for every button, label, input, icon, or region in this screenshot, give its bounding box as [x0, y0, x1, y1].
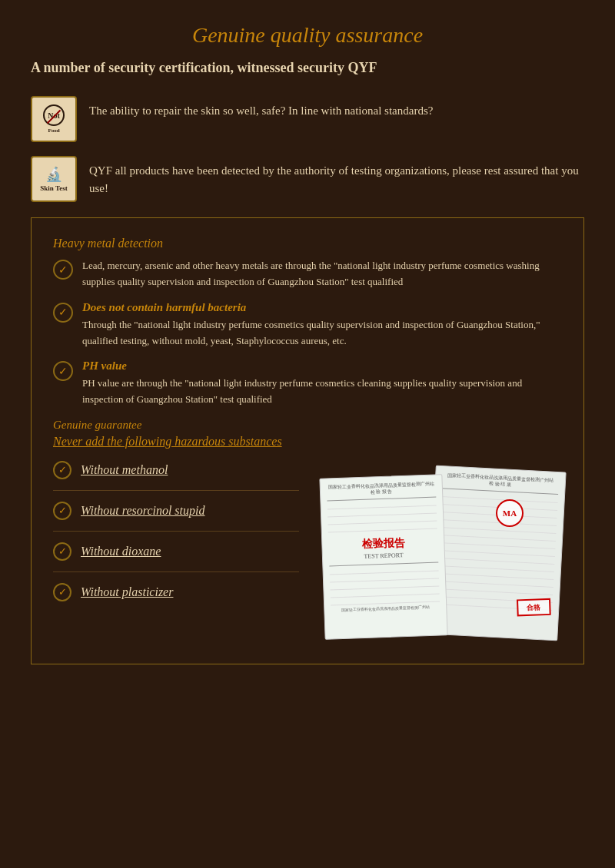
skin-test-icon: 🔬 Skin Test — [31, 156, 77, 202]
heavy-metal-title: Heavy metal detection — [53, 237, 562, 250]
skin-test-label: Skin Test — [40, 184, 67, 192]
certification-items: Not Food The ability to repair the skin … — [31, 96, 584, 202]
bacteria-title: Does not contain harmful bacteria — [82, 301, 562, 314]
cert-doc-front-header: 国家轻工业香料化妆品洗涤用品质量监督检测广州站检 验 报 告 — [327, 482, 436, 498]
hazard-label-dioxane: Without dioxane — [81, 545, 161, 558]
check-content-heavy-metal: Lead, mercury, arsenic and other heavy m… — [82, 258, 562, 290]
hazard-item-methanol: ✓ Without methanol — [53, 461, 299, 491]
ph-title: PH value — [82, 359, 562, 373]
check-desc-heavy-metal: Lead, mercury, arsenic and other heavy m… — [82, 258, 562, 290]
check-content-ph: PH value PH value are through the "natio… — [82, 359, 562, 408]
main-box: Heavy metal detection ✓ Lead, mercury, a… — [31, 217, 584, 664]
hazard-check-methanol: ✓ — [53, 461, 71, 479]
hazard-check-resorcinol: ✓ — [53, 502, 71, 520]
hege-stamp: 合格 — [517, 598, 551, 617]
hazard-list: ✓ Without methanol ✓ Without resorcinol … — [53, 461, 299, 612]
page-title: Genuine quality assurance — [31, 23, 584, 48]
check-item-bacteria: ✓ Does not contain harmful bacteria Thro… — [53, 301, 562, 350]
ma-stamp: MA — [496, 499, 524, 527]
hazard-label-plasticizer: Without plasticizer — [81, 585, 173, 599]
cert-doc-front-lines2 — [329, 562, 440, 605]
page-wrapper: Genuine quality assurance A number of se… — [0, 0, 615, 868]
check-item-heavy-metal: ✓ Lead, mercury, arsenic and other heavy… — [53, 258, 562, 290]
cert-text-not-food: The ability to repair the skin so well, … — [89, 96, 433, 120]
cert-doc-front-lines — [327, 496, 437, 532]
never-add-title: Never add the following hazardous substa… — [53, 435, 562, 449]
cert-doc-back: 国家轻工业香料化妆品洗涤用品质量监督检测广州站检 验 结 果 — [427, 465, 566, 641]
cert-item-not-food: Not Food The ability to repair the skin … — [31, 96, 584, 142]
hazard-check-dioxane: ✓ — [53, 542, 71, 561]
hazard-label-resorcinol: Without resorcinol stupid — [81, 504, 204, 518]
hazard-label-methanol: Without methanol — [81, 463, 168, 477]
check-icon-bacteria: ✓ — [53, 303, 73, 323]
check-icon-heavy-metal: ✓ — [53, 260, 73, 280]
cert-title-cn: 检验报告 — [328, 535, 438, 552]
hazard-item-resorcinol: ✓ Without resorcinol stupid — [53, 502, 299, 532]
not-food-icon: Not Food — [31, 96, 77, 142]
cert-text-skin-test: QYF all products have been detected by t… — [89, 156, 584, 197]
hazard-item-dioxane: ✓ Without dioxane — [53, 542, 299, 572]
cert-doc-front: 国家轻工业香料化妆品洗涤用品质量监督检测广州站检 验 报 告 检验报告 TEST… — [319, 474, 447, 639]
check-desc-ph: PH value are through the "national light… — [82, 376, 562, 408]
check-content-bacteria: Does not contain harmful bacteria Throug… — [82, 301, 562, 350]
certificates-image: 国家轻工业香料化妆品洗涤用品质量监督检测广州站检 验 结 果 — [314, 461, 562, 645]
genuine-title: Genuine guarantee — [53, 419, 562, 432]
check-desc-bacteria: Through the "national light industry per… — [82, 317, 562, 350]
check-icon-ph: ✓ — [53, 361, 73, 381]
subtitle: A number of security certification, witn… — [31, 58, 584, 78]
check-item-ph: ✓ PH value PH value are through the "nat… — [53, 359, 562, 408]
hazard-check-plasticizer: ✓ — [53, 583, 71, 601]
not-food-circle: Not — [43, 104, 65, 126]
cert-item-skin-test: 🔬 Skin Test QYF all products have been d… — [31, 156, 584, 202]
hazard-section: ✓ Without methanol ✓ Without resorcinol … — [53, 461, 562, 645]
cert-footer: 国家轻工业香料化妆品洗涤用品质量监督检测广州站 — [331, 605, 440, 613]
hazard-item-plasticizer: ✓ Without plasticizer — [53, 583, 299, 601]
